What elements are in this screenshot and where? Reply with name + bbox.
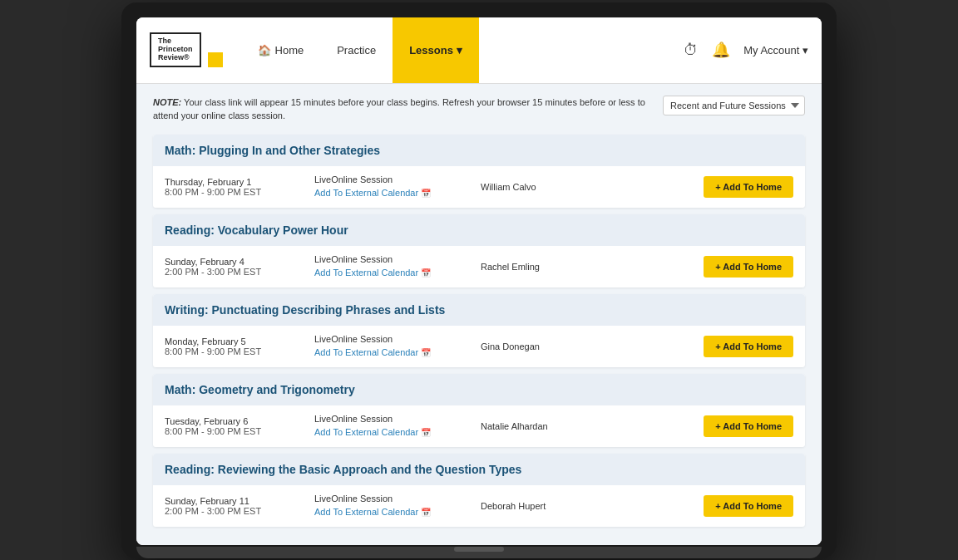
cal-link-3[interactable]: Add To External Calendar 📅 bbox=[314, 427, 431, 437]
lesson-title-4: Reading: Reviewing the Basic Approach an… bbox=[165, 463, 521, 476]
lesson-date-2: Monday, February 5 8:00 PM - 9:00 PM EST bbox=[165, 336, 314, 356]
lesson-body-4: Sunday, February 11 2:00 PM - 3:00 PM ES… bbox=[153, 485, 805, 527]
session-type-1: LiveOnline Session bbox=[314, 254, 481, 264]
lesson-header-4: Reading: Reviewing the Basic Approach an… bbox=[153, 454, 805, 485]
session-type-2: LiveOnline Session bbox=[314, 334, 481, 344]
lesson-date-3: Tuesday, February 6 8:00 PM - 9:00 PM ES… bbox=[165, 416, 314, 436]
cal-link-text-1: Add To External Calendar bbox=[314, 268, 418, 278]
lesson-date-0: Thursday, February 1 8:00 PM - 9:00 PM E… bbox=[165, 177, 314, 197]
lesson-card-2: Writing: Punctuating Describing Phrases … bbox=[153, 294, 805, 367]
note-body: Your class link will appear 15 minutes b… bbox=[153, 97, 645, 121]
lesson-session-0: LiveOnline Session Add To External Calen… bbox=[314, 174, 481, 199]
lesson-session-1: LiveOnline Session Add To External Calen… bbox=[314, 254, 481, 279]
lesson-instructor-4: Deborah Hupert bbox=[481, 501, 704, 511]
cal-icon-3: 📅 bbox=[421, 428, 431, 437]
add-btn-1[interactable]: + Add To Home bbox=[704, 256, 793, 278]
note-bar: NOTE: Your class link will appear 15 min… bbox=[153, 96, 805, 123]
lesson-card-1: Reading: Vocabulary Power Hour Sunday, F… bbox=[153, 214, 805, 287]
cal-link-text-2: Add To External Calendar bbox=[314, 347, 418, 357]
lesson-title-2: Writing: Punctuating Describing Phrases … bbox=[165, 303, 445, 317]
cal-link-1[interactable]: Add To External Calendar 📅 bbox=[314, 268, 431, 278]
lesson-instructor-1: Rachel Emling bbox=[481, 262, 704, 272]
content: NOTE: Your class link will appear 15 min… bbox=[136, 84, 822, 545]
lesson-time-line-2: 8:00 PM - 9:00 PM EST bbox=[165, 346, 314, 356]
laptop-base bbox=[136, 547, 822, 558]
lesson-body-1: Sunday, February 4 2:00 PM - 3:00 PM EST… bbox=[153, 246, 805, 287]
nav-item-lessons[interactable]: Lessons ▾ bbox=[393, 17, 478, 83]
lesson-time-line-3: 8:00 PM - 9:00 PM EST bbox=[165, 426, 314, 436]
lesson-date-line-2: Monday, February 5 bbox=[165, 336, 314, 346]
lesson-header-2: Writing: Punctuating Describing Phrases … bbox=[153, 294, 805, 326]
lesson-instructor-0: William Calvo bbox=[481, 182, 704, 192]
add-btn-3[interactable]: + Add To Home bbox=[704, 415, 793, 437]
cal-icon-4: 📅 bbox=[421, 508, 431, 517]
cal-link-4[interactable]: Add To External Calendar 📅 bbox=[314, 507, 431, 517]
logo-line3: Review® bbox=[158, 54, 193, 62]
cal-link-text-0: Add To External Calendar bbox=[314, 188, 418, 198]
nav-item-practice[interactable]: Practice bbox=[320, 17, 393, 83]
lesson-time-line-4: 2:00 PM - 3:00 PM EST bbox=[165, 506, 314, 516]
lesson-card-0: Math: Plugging In and Other Strategies T… bbox=[153, 135, 805, 208]
laptop-outer: The Princeton Review® 🏠 Home Practice Le… bbox=[121, 2, 837, 558]
lesson-header-3: Math: Geometry and Trigonometry bbox=[153, 374, 805, 405]
lesson-instructor-3: Natalie Alhardan bbox=[481, 421, 704, 431]
logo-yellow-accent bbox=[208, 52, 223, 67]
lesson-title-3: Math: Geometry and Trigonometry bbox=[165, 383, 355, 396]
lesson-title-0: Math: Plugging In and Other Strategies bbox=[165, 144, 380, 157]
home-icon: 🏠 bbox=[258, 44, 271, 56]
session-type-3: LiveOnline Session bbox=[314, 414, 481, 424]
lessons-list: Math: Plugging In and Other Strategies T… bbox=[153, 135, 805, 527]
lesson-header-1: Reading: Vocabulary Power Hour bbox=[153, 214, 805, 246]
lesson-date-1: Sunday, February 4 2:00 PM - 3:00 PM EST bbox=[165, 257, 314, 277]
my-account-button[interactable]: My Account ▾ bbox=[743, 44, 808, 56]
lesson-header-0: Math: Plugging In and Other Strategies bbox=[153, 135, 805, 166]
lesson-title-1: Reading: Vocabulary Power Hour bbox=[165, 224, 348, 237]
lesson-card-4: Reading: Reviewing the Basic Approach an… bbox=[153, 454, 805, 527]
session-type-4: LiveOnline Session bbox=[314, 494, 481, 504]
cal-link-text-3: Add To External Calendar bbox=[314, 427, 418, 437]
logo: The Princeton Review® bbox=[150, 32, 201, 67]
lesson-body-2: Monday, February 5 8:00 PM - 9:00 PM EST… bbox=[153, 326, 805, 367]
add-btn-2[interactable]: + Add To Home bbox=[704, 336, 793, 357]
cal-link-2[interactable]: Add To External Calendar 📅 bbox=[314, 347, 431, 357]
lesson-date-line-1: Sunday, February 4 bbox=[165, 257, 314, 267]
lesson-date-line-4: Sunday, February 11 bbox=[165, 496, 314, 506]
lesson-body-3: Tuesday, February 6 8:00 PM - 9:00 PM ES… bbox=[153, 405, 805, 447]
cal-icon-0: 📅 bbox=[421, 189, 431, 198]
history-icon[interactable]: ⏱ bbox=[684, 42, 699, 59]
nav-links: 🏠 Home Practice Lessons ▾ bbox=[241, 17, 684, 83]
nav: The Princeton Review® 🏠 Home Practice Le… bbox=[136, 17, 822, 84]
lesson-body-0: Thursday, February 1 8:00 PM - 9:00 PM E… bbox=[153, 166, 805, 208]
note-text: NOTE: Your class link will appear 15 min… bbox=[153, 96, 652, 123]
add-btn-4[interactable]: + Add To Home bbox=[704, 495, 793, 517]
lesson-time-line-0: 8:00 PM - 9:00 PM EST bbox=[165, 187, 314, 197]
lesson-card-3: Math: Geometry and Trigonometry Tuesday,… bbox=[153, 374, 805, 447]
nav-label-home: Home bbox=[275, 44, 304, 56]
nav-label-lessons: Lessons ▾ bbox=[409, 44, 462, 56]
cal-icon-2: 📅 bbox=[421, 348, 431, 357]
nav-item-home[interactable]: 🏠 Home bbox=[241, 17, 321, 83]
lesson-session-2: LiveOnline Session Add To External Calen… bbox=[314, 334, 481, 359]
laptop-notch bbox=[454, 547, 504, 552]
lesson-instructor-2: Gina Donegan bbox=[481, 341, 704, 351]
session-filter-select[interactable]: Recent and Future Sessions Past Sessions… bbox=[663, 96, 805, 115]
logo-wrapper: The Princeton Review® bbox=[150, 32, 216, 67]
lesson-date-line-0: Thursday, February 1 bbox=[165, 177, 314, 187]
lesson-time-line-1: 2:00 PM - 3:00 PM EST bbox=[165, 267, 314, 277]
lesson-session-4: LiveOnline Session Add To External Calen… bbox=[314, 494, 481, 518]
nav-label-practice: Practice bbox=[337, 44, 376, 56]
bell-icon[interactable]: 🔔 bbox=[712, 41, 730, 59]
note-label: NOTE: bbox=[153, 97, 181, 107]
add-btn-0[interactable]: + Add To Home bbox=[704, 176, 793, 198]
laptop-screen: The Princeton Review® 🏠 Home Practice Le… bbox=[136, 17, 822, 545]
cal-icon-1: 📅 bbox=[421, 268, 431, 278]
lesson-date-line-3: Tuesday, February 6 bbox=[165, 416, 314, 426]
session-type-0: LiveOnline Session bbox=[314, 174, 481, 184]
cal-link-0[interactable]: Add To External Calendar 📅 bbox=[314, 188, 431, 198]
lesson-session-3: LiveOnline Session Add To External Calen… bbox=[314, 414, 481, 439]
lesson-date-4: Sunday, February 11 2:00 PM - 3:00 PM ES… bbox=[165, 496, 314, 516]
nav-right: ⏱ 🔔 My Account ▾ bbox=[684, 41, 808, 59]
cal-link-text-4: Add To External Calendar bbox=[314, 507, 418, 517]
